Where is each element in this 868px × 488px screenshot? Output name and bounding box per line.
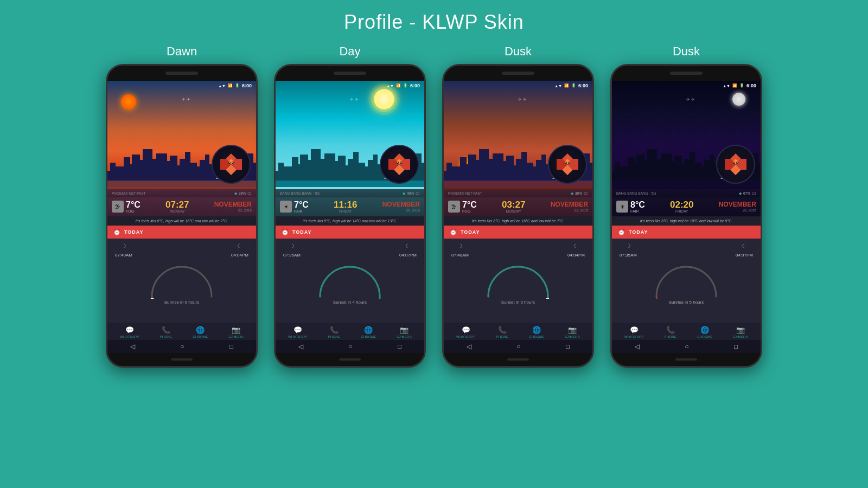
nav-btn-0-1[interactable]: ◁ <box>298 343 303 350</box>
app-dock-2[interactable]: 💬 WHATSAPP 📞 PHONE 🌐 CHROME 📷 <box>444 323 592 340</box>
sun-arc-2: ☽ 07:40AM ☾ 04:04PM Sunset in 0 hours <box>444 239 592 323</box>
app-icon-camera-2[interactable]: 📷 <box>568 326 577 334</box>
sunrise-time-1: 07:35AM <box>283 253 301 258</box>
app-item-whatsapp-2[interactable]: 💬 WHATSAPP <box>456 326 476 338</box>
app-item-camera-1[interactable]: 📷 CAMERA <box>397 326 412 338</box>
app-item-chrome-0[interactable]: 🌐 CHROME <box>193 326 208 338</box>
phone-bottom-bar-1 <box>276 353 424 366</box>
nav-btn-1-0[interactable]: ○ <box>180 343 184 350</box>
sun-status-2: Sunset in 0 hours <box>501 300 535 305</box>
sun-status-1: Sunset in 4 hours <box>333 300 367 305</box>
nav-btn-2-2[interactable]: □ <box>566 343 570 350</box>
screen-top-3: ▲▼ 📶 🔋 6:00 <box>612 81 761 189</box>
phone-2: ▲▼ 📶 🔋 6:00 <box>442 64 594 368</box>
phone-wrapper-2: Dusk ▲▼ 📶 🔋 6:00 <box>442 44 594 368</box>
app-icon-whatsapp-2[interactable]: 💬 <box>462 326 470 334</box>
date-1: 20, 2015 <box>382 208 420 212</box>
app-label-phone-2: PHONE <box>496 335 508 338</box>
condition-icon-3: ☀ <box>616 201 628 213</box>
app-item-chrome-1[interactable]: 🌐 CHROME <box>361 326 376 338</box>
nav-btn-2-0[interactable]: □ <box>229 343 233 350</box>
condition-3: FAIR <box>630 209 645 213</box>
phone-1: ▲▼ 📶 🔋 6:00 <box>274 64 426 368</box>
nav-btn-2-3[interactable]: □ <box>734 343 738 350</box>
nav-btn-1-1[interactable]: ○ <box>348 343 352 350</box>
app-item-whatsapp-3[interactable]: 💬 WHATSAPP <box>624 326 644 338</box>
app-dock-0[interactable]: 💬 WHATSAPP 📞 PHONE 🌐 CHROME 📷 <box>107 323 256 340</box>
app-dock-3[interactable]: 💬 WHATSAPP 📞 PHONE 🌐 CHROME 📷 <box>612 323 761 340</box>
app-icon-phone-0[interactable]: 📞 <box>162 326 170 334</box>
app-icon-camera-3[interactable]: 📷 <box>736 326 745 334</box>
condition-icon-1: ☀ <box>280 201 292 213</box>
app-icon-phone-2[interactable]: 📞 <box>498 326 507 334</box>
svg-point-165 <box>733 162 735 163</box>
status-bar-3: ▲▼ 📶 🔋 6:00 <box>723 83 756 88</box>
nav-bar-0: ◁○□ <box>107 340 256 353</box>
app-item-whatsapp-1[interactable]: 💬 WHATSAPP <box>288 326 308 338</box>
condition-icon-0: 🌫 <box>112 201 124 213</box>
app-item-camera-2[interactable]: 📷 CAMERA <box>565 326 580 338</box>
today-header-2: ⏰ TODAY <box>444 226 592 239</box>
nav-btn-2-1[interactable]: □ <box>398 343 401 350</box>
day-2: MONDAY <box>502 209 525 213</box>
app-item-phone-2[interactable]: 📞 PHONE <box>496 326 508 338</box>
app-item-camera-0[interactable]: 📷 CAMERA <box>229 326 244 338</box>
screen-top-2: ▲▼ 📶 🔋 6:00 <box>444 81 592 189</box>
home-indicator-2 <box>507 358 529 361</box>
arc-visual-0 <box>144 260 220 299</box>
phone-3: ▲▼ 📶 🔋 6:00 <box>610 64 762 368</box>
app-icon-whatsapp-1[interactable]: 💬 <box>293 326 302 334</box>
app-label-camera-2: CAMERA <box>565 335 580 338</box>
app-icon-whatsapp-0[interactable]: 💬 <box>125 326 134 334</box>
sunrise-time-3: 07:35AM <box>620 253 637 258</box>
app-label-camera-3: CAMERA <box>733 335 748 338</box>
phoenix-logo-1 <box>380 145 419 184</box>
app-icon-phone-3[interactable]: 📞 <box>666 326 675 334</box>
svg-point-123 <box>565 162 566 163</box>
date-3: 20, 2015 <box>719 208 756 212</box>
app-label-camera-0: CAMERA <box>229 335 244 338</box>
time-0: 07:27 <box>165 200 189 209</box>
app-dock-1[interactable]: 💬 WHATSAPP 📞 PHONE 🌐 CHROME 📷 <box>276 323 424 340</box>
app-icon-chrome-2[interactable]: 🌐 <box>532 326 541 334</box>
app-icon-camera-0[interactable]: 📷 <box>232 326 240 334</box>
app-icon-phone-1[interactable]: 📞 <box>330 326 339 334</box>
month-0: NOVEMBER <box>214 201 252 208</box>
app-label-phone-1: PHONE <box>328 335 340 338</box>
app-label-chrome-0: CHROME <box>193 335 208 338</box>
app-icon-chrome-0[interactable]: 🌐 <box>196 326 205 334</box>
status-bar-2: ▲▼ 📶 🔋 6:00 <box>554 83 588 88</box>
app-item-whatsapp-0[interactable]: 💬 WHATSAPP <box>120 326 139 338</box>
app-icon-chrome-3[interactable]: 🌐 <box>700 326 709 334</box>
phone-screen-1: ▲▼ 📶 🔋 6:00 <box>276 81 424 353</box>
app-item-phone-3[interactable]: 📞 PHONE <box>664 326 676 338</box>
svg-point-82 <box>400 162 401 163</box>
nav-btn-0-0[interactable]: ◁ <box>130 343 135 350</box>
sunset-time-2: 04:04PM <box>567 253 585 258</box>
app-item-chrome-3[interactable]: 🌐 CHROME <box>697 326 712 338</box>
nav-btn-1-3[interactable]: ○ <box>685 343 688 350</box>
app-item-camera-3[interactable]: 📷 CAMERA <box>733 326 748 338</box>
phone-top-bar-1 <box>276 66 424 81</box>
phone-label-0: Dawn <box>167 44 197 59</box>
arc-visual-1 <box>312 260 388 299</box>
app-icon-whatsapp-3[interactable]: 💬 <box>630 326 639 334</box>
nav-btn-0-3[interactable]: ◁ <box>635 343 640 350</box>
home-indicator-0 <box>171 358 193 361</box>
phone-label-3: Dusk <box>673 44 700 59</box>
weather-main-3: ☀ 8°C FAIR 02:20 FRIDAY NOVEMBER 20, 201… <box>612 197 761 216</box>
nav-btn-1-2[interactable]: ○ <box>516 343 520 350</box>
arc-visual-3 <box>648 260 724 299</box>
app-item-chrome-2[interactable]: 🌐 CHROME <box>529 326 544 338</box>
phone-top-bar-2 <box>444 66 592 81</box>
weather-main-0: 🌫 7°C FOG 07:27 MONDAY NOVEMBER 23, 2015 <box>107 197 256 216</box>
app-item-phone-1[interactable]: 📞 PHONE <box>328 326 340 338</box>
condition-icon-2: 🌫 <box>448 201 460 213</box>
app-icon-chrome-1[interactable]: 🌐 <box>364 326 373 334</box>
weather-main-2: 🌫 7°C FOG 03:27 MONDAY NOVEMBER 23, 2015 <box>444 197 592 216</box>
app-icon-camera-1[interactable]: 📷 <box>400 326 409 334</box>
wifi-bar-1: BANG BANG BANG - 5G ◆ 40% ▭ <box>276 189 424 197</box>
nav-btn-0-2[interactable]: ◁ <box>467 343 471 350</box>
svg-point-39 <box>229 162 230 163</box>
app-item-phone-0[interactable]: 📞 PHONE <box>159 326 172 338</box>
